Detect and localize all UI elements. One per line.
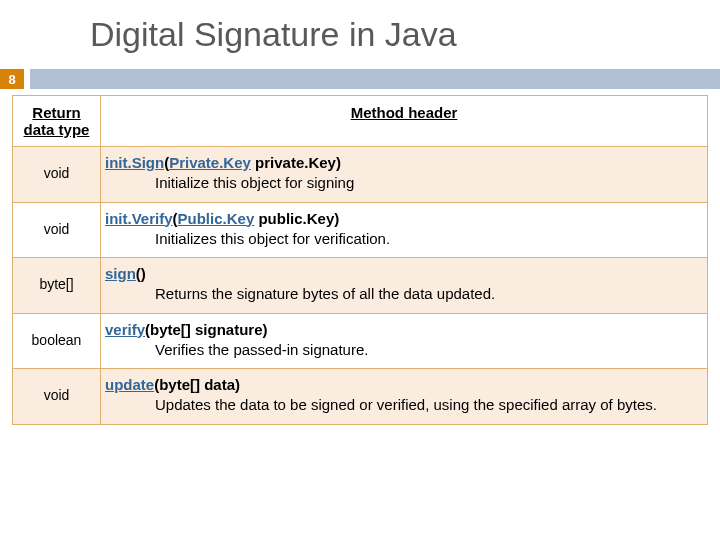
method-name-link: update xyxy=(105,376,154,393)
return-type-cell: boolean xyxy=(13,313,101,369)
table-row: voidinit.Verify(Public.Key public.Key)In… xyxy=(13,202,708,258)
param-rest: public.Key) xyxy=(254,210,339,227)
method-signature: update(byte[] data) xyxy=(105,376,240,393)
method-header-cell: init.Verify(Public.Key public.Key)Initia… xyxy=(101,202,708,258)
method-header-cell: init.Sign(Private.Key private.Key)Initia… xyxy=(101,147,708,203)
method-header-cell: verify(byte[] signature)Verifies the pas… xyxy=(101,313,708,369)
table-row: voidupdate(byte[] data)Updates the data … xyxy=(13,369,708,425)
method-signature: verify(byte[] signature) xyxy=(105,321,268,338)
table-row: voidinit.Sign(Private.Key private.Key)In… xyxy=(13,147,708,203)
table-row: byte[]sign()Returns the signature bytes … xyxy=(13,258,708,314)
method-signature: sign() xyxy=(105,265,146,282)
method-description: Returns the signature bytes of all the d… xyxy=(105,284,703,304)
methods-table: Return data type Method header voidinit.… xyxy=(12,95,708,425)
method-description: Initialize this object for signing xyxy=(105,173,703,193)
badge-row: 8 xyxy=(0,69,720,89)
page-number-badge: 8 xyxy=(0,69,24,89)
return-type-cell: void xyxy=(13,202,101,258)
param-type-link: Private.Key xyxy=(169,154,251,171)
return-type-cell: void xyxy=(13,147,101,203)
method-signature: init.Verify(Public.Key public.Key) xyxy=(105,210,339,227)
method-name-link: init.Verify xyxy=(105,210,173,227)
method-name-link: init.Sign xyxy=(105,154,164,171)
method-description: Verifies the passed-in signature. xyxy=(105,340,703,360)
return-type-cell: void xyxy=(13,369,101,425)
param-rest: (byte[] signature) xyxy=(145,321,268,338)
return-type-cell: byte[] xyxy=(13,258,101,314)
method-description: Initializes this object for verification… xyxy=(105,229,703,249)
col-header-method: Method header xyxy=(101,96,708,147)
method-header-cell: sign()Returns the signature bytes of all… xyxy=(101,258,708,314)
col-header-return: Return data type xyxy=(13,96,101,147)
method-name-link: sign xyxy=(105,265,136,282)
method-header-cell: update(byte[] data)Updates the data to b… xyxy=(101,369,708,425)
method-description: Updates the data to be signed or verifie… xyxy=(105,395,703,415)
method-name-link: verify xyxy=(105,321,145,338)
slide-title: Digital Signature in Java xyxy=(0,0,720,69)
param-open: () xyxy=(136,265,146,282)
param-rest: private.Key) xyxy=(251,154,341,171)
method-signature: init.Sign(Private.Key private.Key) xyxy=(105,154,341,171)
param-rest: (byte[] data) xyxy=(154,376,240,393)
param-type-link: Public.Key xyxy=(178,210,255,227)
badge-bar xyxy=(30,69,720,89)
table-row: booleanverify(byte[] signature)Verifies … xyxy=(13,313,708,369)
